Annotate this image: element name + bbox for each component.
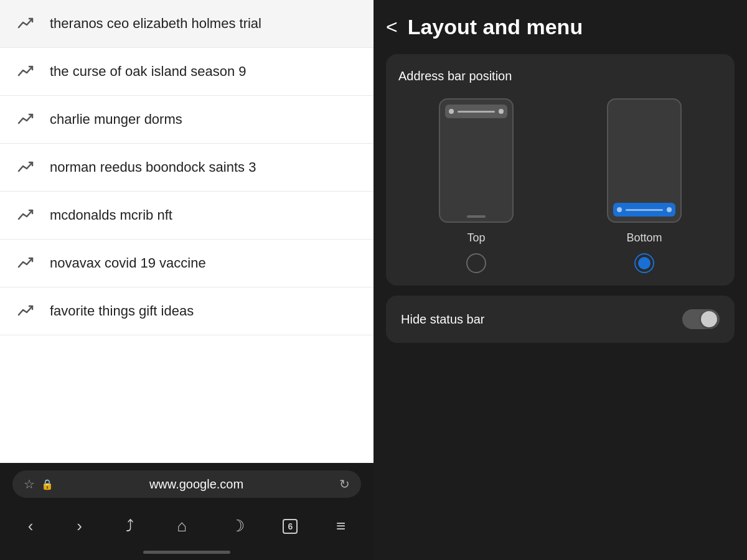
- top-phone-mockup: [439, 98, 514, 223]
- hide-status-bar-toggle[interactable]: [682, 309, 720, 329]
- back-nav-button[interactable]: ‹: [23, 514, 39, 538]
- search-item[interactable]: mcdonalds mcrib nft: [0, 192, 374, 240]
- moon-button[interactable]: ☽: [225, 514, 250, 538]
- trend-icon: [15, 252, 37, 274]
- back-button[interactable]: <: [386, 16, 398, 39]
- star-icon[interactable]: ☆: [24, 477, 35, 492]
- section-title: Address bar position: [398, 69, 722, 83]
- hide-status-bar-card: Hide status bar: [386, 296, 735, 343]
- search-item-text: the curse of oak island season 9: [50, 63, 247, 80]
- bottom-label: Bottom: [626, 231, 662, 245]
- bar-dot-right-b: [667, 207, 672, 212]
- home-bar: [143, 551, 230, 554]
- bottom-nav: ‹ › ⤴ ⌂ ☽ 6 ≡: [0, 505, 374, 551]
- trend-icon: [15, 108, 37, 131]
- radio-selected-dot: [638, 257, 651, 269]
- address-bar-position-card: Address bar position Top: [386, 54, 735, 286]
- left-panel: theranos ceo elizabeth holmes trial the …: [0, 0, 374, 560]
- search-item[interactable]: theranos ceo elizabeth holmes trial: [0, 0, 374, 48]
- trend-icon: [15, 156, 37, 179]
- trend-icon: [15, 12, 37, 35]
- trend-icon: [15, 204, 37, 226]
- search-item[interactable]: the curse of oak island season 9: [0, 48, 374, 96]
- lock-icon: 🔒: [41, 478, 54, 490]
- bottom-radio[interactable]: [634, 253, 654, 273]
- bottom-phone-mockup: [607, 98, 682, 223]
- url-text[interactable]: www.google.com: [60, 477, 333, 492]
- right-panel: < Layout and menu Address bar position T…: [374, 0, 747, 560]
- bar-dot-left-b: [617, 207, 622, 212]
- search-item-text: charlie munger dorms: [50, 111, 182, 128]
- menu-button[interactable]: ≡: [331, 514, 350, 538]
- top-radio[interactable]: [466, 253, 486, 273]
- bar-dot-left: [449, 109, 454, 114]
- top-label: Top: [467, 231, 485, 245]
- search-item[interactable]: novavax covid 19 vaccine: [0, 240, 374, 287]
- refresh-icon[interactable]: ↻: [339, 477, 350, 492]
- hide-status-bar-label: Hide status bar: [401, 312, 485, 327]
- bar-line: [458, 111, 495, 113]
- bottom-option[interactable]: Bottom: [607, 98, 682, 273]
- share-button[interactable]: ⤴: [121, 514, 139, 538]
- address-bar[interactable]: ☆ 🔒 www.google.com ↻: [12, 470, 361, 498]
- trend-icon: [15, 300, 37, 322]
- position-options: Top Bottom: [398, 98, 722, 273]
- search-item-text: norman reedus boondock saints 3: [50, 159, 256, 175]
- search-item-text: mcdonalds mcrib nft: [50, 207, 172, 223]
- page-title: Layout and menu: [408, 15, 583, 39]
- search-item[interactable]: favorite things gift ideas: [0, 287, 374, 335]
- search-item-text: novavax covid 19 vaccine: [50, 255, 206, 271]
- bar-dot-right: [499, 109, 504, 114]
- forward-nav-button[interactable]: ›: [72, 514, 87, 538]
- top-option[interactable]: Top: [439, 98, 514, 273]
- mock-home-top: [467, 215, 486, 218]
- bar-line-b: [626, 209, 663, 211]
- trend-icon: [15, 60, 37, 83]
- tabs-button[interactable]: 6: [283, 519, 298, 534]
- home-button[interactable]: ⌂: [172, 514, 192, 538]
- bottom-bar: [613, 203, 675, 217]
- right-header: < Layout and menu: [386, 15, 735, 39]
- search-item[interactable]: norman reedus boondock saints 3: [0, 144, 374, 192]
- top-bar: [445, 105, 507, 118]
- toggle-knob: [701, 311, 717, 327]
- search-item-text: favorite things gift ideas: [50, 303, 194, 319]
- search-list: theranos ceo elizabeth holmes trial the …: [0, 0, 374, 463]
- address-bar-container: ☆ 🔒 www.google.com ↻: [0, 463, 374, 505]
- home-indicator: [0, 551, 374, 560]
- search-item-text: theranos ceo elizabeth holmes trial: [50, 16, 261, 32]
- search-item[interactable]: charlie munger dorms: [0, 96, 374, 144]
